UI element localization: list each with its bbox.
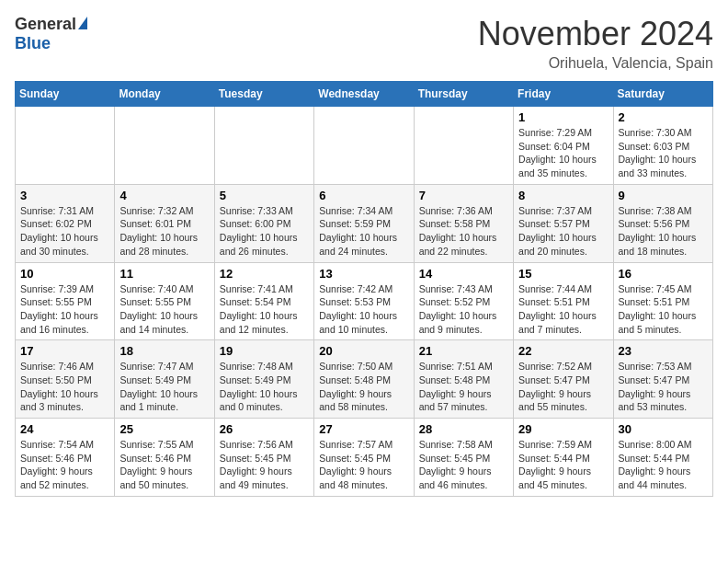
location-subtitle: Orihuela, Valencia, Spain [478, 55, 713, 72]
logo-blue-text: Blue [15, 34, 51, 53]
day-number: 11 [119, 267, 209, 281]
day-number: 1 [518, 110, 608, 124]
calendar-cell: 19Sunrise: 7:48 AM Sunset: 5:49 PM Dayli… [214, 340, 313, 419]
day-info: Sunrise: 7:52 AM Sunset: 5:47 PM Dayligh… [518, 360, 608, 414]
calendar-cell: 21Sunrise: 7:51 AM Sunset: 5:48 PM Dayli… [414, 340, 513, 419]
day-number: 19 [220, 344, 309, 358]
month-title: November 2024 [478, 15, 713, 53]
calendar-cell: 4Sunrise: 7:32 AM Sunset: 6:01 PM Daylig… [115, 184, 214, 262]
day-info: Sunrise: 7:50 AM Sunset: 5:48 PM Dayligh… [319, 360, 408, 414]
days-of-week-row: SundayMondayTuesdayWednesdayThursdayFrid… [16, 82, 713, 107]
day-number: 9 [619, 189, 708, 202]
calendar-cell: 2Sunrise: 7:30 AM Sunset: 6:03 PM Daylig… [613, 107, 712, 185]
day-info: Sunrise: 7:39 AM Sunset: 5:55 PM Dayligh… [20, 282, 109, 337]
calendar-header: SundayMondayTuesdayWednesdayThursdayFrid… [16, 82, 713, 107]
day-number: 14 [419, 267, 508, 281]
day-number: 8 [518, 189, 608, 202]
day-info: Sunrise: 7:53 AM Sunset: 5:47 PM Dayligh… [619, 360, 708, 414]
logo: General Blue [15, 15, 87, 53]
calendar-cell [16, 107, 115, 185]
calendar-cell: 22Sunrise: 7:52 AM Sunset: 5:47 PM Dayli… [514, 340, 613, 419]
calendar-cell: 16Sunrise: 7:45 AM Sunset: 5:51 PM Dayli… [613, 262, 712, 340]
day-number: 28 [419, 422, 508, 436]
day-info: Sunrise: 8:00 AM Sunset: 5:44 PM Dayligh… [619, 438, 708, 492]
calendar-week-2: 10Sunrise: 7:39 AM Sunset: 5:55 PM Dayli… [16, 262, 713, 340]
day-info: Sunrise: 7:44 AM Sunset: 5:51 PM Dayligh… [518, 282, 608, 337]
day-info: Sunrise: 7:38 AM Sunset: 5:56 PM Dayligh… [619, 204, 708, 259]
day-info: Sunrise: 7:37 AM Sunset: 5:57 PM Dayligh… [518, 204, 608, 259]
day-info: Sunrise: 7:43 AM Sunset: 5:52 PM Dayligh… [419, 282, 508, 337]
day-info: Sunrise: 7:31 AM Sunset: 6:02 PM Dayligh… [20, 204, 109, 259]
day-of-week-tuesday: Tuesday [214, 82, 313, 107]
calendar-cell: 3Sunrise: 7:31 AM Sunset: 6:02 PM Daylig… [16, 184, 115, 262]
day-number: 4 [119, 189, 209, 202]
day-number: 21 [419, 344, 508, 358]
day-number: 20 [319, 344, 408, 358]
day-info: Sunrise: 7:40 AM Sunset: 5:55 PM Dayligh… [119, 282, 209, 337]
day-number: 3 [20, 189, 109, 202]
day-number: 27 [319, 422, 408, 436]
day-number: 13 [319, 267, 408, 281]
calendar-cell: 13Sunrise: 7:42 AM Sunset: 5:53 PM Dayli… [314, 262, 414, 340]
day-number: 16 [619, 267, 708, 281]
calendar-body: 1Sunrise: 7:29 AM Sunset: 6:04 PM Daylig… [16, 107, 713, 497]
day-info: Sunrise: 7:51 AM Sunset: 5:48 PM Dayligh… [419, 360, 508, 414]
calendar-cell: 8Sunrise: 7:37 AM Sunset: 5:57 PM Daylig… [514, 184, 613, 262]
day-info: Sunrise: 7:57 AM Sunset: 5:45 PM Dayligh… [319, 438, 408, 492]
day-number: 5 [220, 189, 309, 202]
calendar-cell: 5Sunrise: 7:33 AM Sunset: 6:00 PM Daylig… [214, 184, 313, 262]
day-info: Sunrise: 7:36 AM Sunset: 5:58 PM Dayligh… [419, 204, 508, 259]
calendar-cell: 18Sunrise: 7:47 AM Sunset: 5:49 PM Dayli… [115, 340, 214, 419]
calendar-cell [314, 107, 414, 185]
calendar-cell: 15Sunrise: 7:44 AM Sunset: 5:51 PM Dayli… [514, 262, 613, 340]
day-number: 15 [518, 267, 608, 281]
day-of-week-wednesday: Wednesday [314, 82, 414, 107]
logo-general-text: General [15, 15, 76, 34]
calendar-table: SundayMondayTuesdayWednesdayThursdayFrid… [15, 81, 713, 497]
day-info: Sunrise: 7:47 AM Sunset: 5:49 PM Dayligh… [119, 360, 209, 414]
day-info: Sunrise: 7:33 AM Sunset: 6:00 PM Dayligh… [220, 204, 309, 259]
calendar-cell: 10Sunrise: 7:39 AM Sunset: 5:55 PM Dayli… [16, 262, 115, 340]
calendar-cell: 1Sunrise: 7:29 AM Sunset: 6:04 PM Daylig… [514, 107, 613, 185]
day-info: Sunrise: 7:55 AM Sunset: 5:46 PM Dayligh… [119, 438, 209, 492]
day-info: Sunrise: 7:59 AM Sunset: 5:44 PM Dayligh… [518, 438, 608, 492]
day-info: Sunrise: 7:34 AM Sunset: 5:59 PM Dayligh… [319, 204, 408, 259]
day-number: 25 [119, 422, 209, 436]
calendar-cell [214, 107, 313, 185]
day-info: Sunrise: 7:54 AM Sunset: 5:46 PM Dayligh… [20, 438, 109, 492]
day-number: 2 [619, 110, 708, 124]
calendar-week-3: 17Sunrise: 7:46 AM Sunset: 5:50 PM Dayli… [16, 340, 713, 419]
day-info: Sunrise: 7:29 AM Sunset: 6:04 PM Dayligh… [518, 126, 608, 180]
day-info: Sunrise: 7:42 AM Sunset: 5:53 PM Dayligh… [319, 282, 408, 337]
calendar-week-1: 3Sunrise: 7:31 AM Sunset: 6:02 PM Daylig… [16, 184, 713, 262]
day-info: Sunrise: 7:32 AM Sunset: 6:01 PM Dayligh… [119, 204, 209, 259]
calendar-cell: 26Sunrise: 7:56 AM Sunset: 5:45 PM Dayli… [214, 419, 313, 497]
day-info: Sunrise: 7:56 AM Sunset: 5:45 PM Dayligh… [220, 438, 309, 492]
day-info: Sunrise: 7:48 AM Sunset: 5:49 PM Dayligh… [220, 360, 309, 414]
day-number: 30 [619, 422, 708, 436]
day-number: 24 [20, 422, 109, 436]
day-number: 23 [619, 344, 708, 358]
calendar-cell: 7Sunrise: 7:36 AM Sunset: 5:58 PM Daylig… [414, 184, 513, 262]
day-of-week-monday: Monday [115, 82, 214, 107]
calendar-cell [115, 107, 214, 185]
day-info: Sunrise: 7:45 AM Sunset: 5:51 PM Dayligh… [619, 282, 708, 337]
page-header: General Blue November 2024 Orihuela, Val… [15, 15, 713, 72]
calendar-cell: 29Sunrise: 7:59 AM Sunset: 5:44 PM Dayli… [514, 419, 613, 497]
day-number: 7 [419, 189, 508, 202]
day-number: 26 [220, 422, 309, 436]
calendar-cell: 28Sunrise: 7:58 AM Sunset: 5:45 PM Dayli… [414, 419, 513, 497]
calendar-cell: 6Sunrise: 7:34 AM Sunset: 5:59 PM Daylig… [314, 184, 414, 262]
calendar-cell: 20Sunrise: 7:50 AM Sunset: 5:48 PM Dayli… [314, 340, 414, 419]
calendar-cell: 23Sunrise: 7:53 AM Sunset: 5:47 PM Dayli… [613, 340, 712, 419]
calendar-week-0: 1Sunrise: 7:29 AM Sunset: 6:04 PM Daylig… [16, 107, 713, 185]
day-of-week-friday: Friday [514, 82, 613, 107]
calendar-cell: 9Sunrise: 7:38 AM Sunset: 5:56 PM Daylig… [613, 184, 712, 262]
calendar-cell [414, 107, 513, 185]
calendar-cell: 30Sunrise: 8:00 AM Sunset: 5:44 PM Dayli… [613, 419, 712, 497]
logo-triangle-icon [78, 17, 87, 29]
day-info: Sunrise: 7:58 AM Sunset: 5:45 PM Dayligh… [419, 438, 508, 492]
day-info: Sunrise: 7:30 AM Sunset: 6:03 PM Dayligh… [619, 126, 708, 180]
calendar-cell: 12Sunrise: 7:41 AM Sunset: 5:54 PM Dayli… [214, 262, 313, 340]
calendar-week-4: 24Sunrise: 7:54 AM Sunset: 5:46 PM Dayli… [16, 419, 713, 497]
